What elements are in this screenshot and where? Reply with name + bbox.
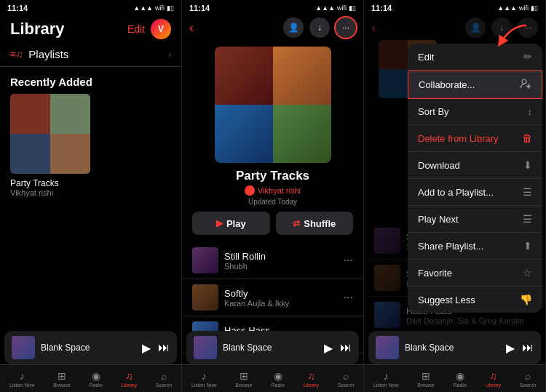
- nav-library-2[interactable]: ♫ Library: [304, 370, 319, 388]
- menu-item-favorite[interactable]: Favorite ☆: [408, 260, 542, 287]
- download-button-3[interactable]: ↓: [491, 17, 512, 38]
- nav-browse-2[interactable]: ⊞ Browse: [235, 370, 252, 388]
- play-button-2[interactable]: ▶: [324, 341, 333, 355]
- avatar[interactable]: V: [151, 19, 171, 39]
- now-playing-bar-1[interactable]: Blank Space ▶ ⏭: [4, 331, 177, 364]
- playlist-name: Party Tracks: [182, 169, 363, 183]
- back-button[interactable]: ‹: [189, 20, 194, 36]
- track-thumb-2: [192, 284, 218, 311]
- track-item-2[interactable]: Softly Karan Aujla & Ikky ···: [182, 279, 363, 316]
- playlist-updated: Updated Today: [182, 198, 363, 206]
- back-button-3[interactable]: ‹: [371, 20, 376, 36]
- shuffle-button[interactable]: ⇄ Shuffle: [276, 212, 354, 235]
- track-item-1[interactable]: Still Rollin Shubh ···: [182, 242, 363, 279]
- radio-icon-2: ◉: [274, 370, 282, 382]
- nav-listen-now-1[interactable]: ♪ Listen Now: [9, 370, 35, 388]
- menu-suggest-less-label: Suggest Less: [418, 295, 520, 305]
- radio-label-1: Radio: [90, 383, 103, 388]
- skip-forward-button-2[interactable]: ⏭: [340, 341, 352, 354]
- edit-button[interactable]: Edit: [127, 23, 145, 35]
- download-button[interactable]: ↓: [309, 17, 330, 38]
- skip-forward-button-3[interactable]: ⏭: [522, 341, 534, 354]
- track-more-1[interactable]: ···: [344, 254, 353, 267]
- np-info-3: Blank Space: [405, 343, 500, 353]
- status-bar-3: 11:14 ▲▲▲ wifi ▮▯: [364, 0, 545, 15]
- menu-delete-label: Delete from Library: [418, 133, 522, 144]
- search-icon-3: ⌕: [525, 370, 531, 382]
- battery-icon-3: ▮▯: [531, 4, 538, 12]
- download-icon: ↓: [317, 23, 322, 33]
- artwork-quad-3: [10, 134, 50, 174]
- search-label-3: Search: [520, 383, 536, 388]
- context-menu: Edit ✏ Collaborate... Sort By ↕ Delete f…: [408, 44, 542, 313]
- menu-item-edit[interactable]: Edit ✏: [408, 44, 542, 71]
- track-artist-1: Shubh: [224, 262, 344, 271]
- panel-menu: 11:14 ▲▲▲ wifi ▮▯ ‹ 👤 ↓ ···: [364, 0, 546, 392]
- np-thumbnail-3: [376, 336, 399, 359]
- nav-listen-now-2[interactable]: ♪ Listen Now: [191, 370, 217, 388]
- menu-favorite-icon: ☆: [523, 267, 532, 279]
- now-playing-bar-2[interactable]: Blank Space ▶ ⏭: [186, 331, 359, 364]
- np-title-2: Blank Space: [223, 343, 318, 353]
- menu-item-add-playlist[interactable]: Add to a Playlist... ☰: [408, 179, 542, 206]
- status-icons-2: ▲▲▲ wifi ▮▯: [315, 4, 356, 12]
- library-label-3: Library: [486, 383, 501, 388]
- nav-browse-3[interactable]: ⊞ Browse: [417, 370, 434, 388]
- menu-sort-label: Sort By: [418, 106, 528, 117]
- menu-item-play-next[interactable]: Play Next ☰: [408, 206, 542, 233]
- nav-library-3[interactable]: ♫ Library: [486, 370, 501, 388]
- download-icon-3: ↓: [499, 23, 504, 33]
- panel-library: 11:14 ▲▲▲ wifi ▮▯ Library Edit V ≡♫ Play…: [0, 0, 182, 392]
- add-person-button-3[interactable]: 👤: [465, 17, 486, 38]
- menu-item-download[interactable]: Download ⬇: [408, 152, 542, 179]
- nav-radio-3[interactable]: ◉ Radio: [454, 370, 467, 388]
- listen-now-label-3: Listen Now: [373, 383, 399, 388]
- album-artist: Vikhyat rishi: [10, 188, 171, 197]
- now-playing-bar-3[interactable]: Blank Space ▶ ⏭: [368, 331, 541, 364]
- menu-download-label: Download: [418, 160, 523, 171]
- nav-radio-2[interactable]: ◉ Radio: [272, 370, 285, 388]
- play-button-3[interactable]: ▶: [506, 341, 515, 355]
- skip-forward-button-1[interactable]: ⏭: [158, 341, 170, 354]
- listen-now-icon-3: ♪: [384, 370, 389, 382]
- track-more-2[interactable]: ···: [344, 291, 353, 304]
- artwork-quad-2: [50, 94, 90, 134]
- playlists-row[interactable]: ≡♫ Playlists ›: [0, 42, 181, 67]
- nav-search-1[interactable]: ⌕ Search: [156, 370, 172, 388]
- track-artist-2: Karan Aujla & Ikky: [224, 299, 344, 308]
- chevron-right-icon: ›: [168, 49, 171, 60]
- wifi-icon: wifi: [155, 4, 165, 12]
- bottom-nav-3: ♪ Listen Now ⊞ Browse ◉ Radio ♫ Library …: [364, 364, 545, 392]
- playlist-icon: ≡♫: [10, 49, 23, 60]
- status-bar-2: 11:14 ▲▲▲ wifi ▮▯: [182, 0, 363, 15]
- nav-search-3[interactable]: ⌕ Search: [520, 370, 536, 388]
- library-top-bar: Library Edit V: [0, 15, 181, 42]
- album-thumbnail[interactable]: [10, 94, 90, 174]
- nav-browse-1[interactable]: ⊞ Browse: [53, 370, 70, 388]
- play-button-detail[interactable]: ▶ Play: [192, 212, 270, 235]
- menu-add-playlist-icon: ☰: [523, 186, 532, 198]
- add-person-button[interactable]: 👤: [283, 17, 304, 38]
- menu-item-share[interactable]: Share Playlist... ⬆: [408, 233, 542, 260]
- shuffle-label: Shuffle: [304, 218, 336, 229]
- nav-search-2[interactable]: ⌕ Search: [338, 370, 354, 388]
- artwork-quad-1: [10, 94, 50, 134]
- status-icons-1: ▲▲▲ wifi ▮▯: [133, 4, 174, 12]
- nav-library-1[interactable]: ♫ Library: [122, 370, 137, 388]
- add-person-icon-3: 👤: [470, 23, 481, 33]
- menu-item-delete[interactable]: Delete from Library 🗑: [408, 125, 542, 152]
- listen-now-icon-1: ♪: [20, 370, 25, 382]
- menu-item-suggest-less[interactable]: Suggest Less 👎: [408, 287, 542, 313]
- menu-item-sort-by[interactable]: Sort By ↕: [408, 99, 542, 125]
- nav-listen-now-3[interactable]: ♪ Listen Now: [373, 370, 399, 388]
- more-options-button-3[interactable]: ···: [518, 17, 538, 38]
- bg-track-thumb-3: [374, 302, 400, 328]
- nav-radio-1[interactable]: ◉ Radio: [90, 370, 103, 388]
- bg-track-artist-3: Diljit Dosanjh, Sia & Greg Kurstin: [406, 316, 535, 325]
- more-options-button[interactable]: ···: [336, 17, 356, 38]
- play-button-1[interactable]: ▶: [142, 341, 151, 355]
- menu-suggest-less-icon: 👎: [520, 294, 532, 305]
- menu-item-collaborate[interactable]: Collaborate...: [408, 71, 542, 99]
- menu-share-icon: ⬆: [523, 240, 532, 252]
- search-icon-1: ⌕: [161, 370, 167, 382]
